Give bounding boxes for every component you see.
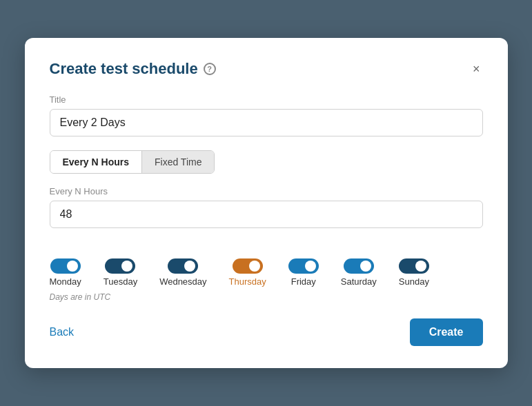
day-item-thursday: Thursday [229,258,266,287]
create-button[interactable]: Create [410,318,483,346]
hours-input[interactable] [50,201,483,228]
day-label-tuesday: Tuesday [104,276,137,287]
day-label-wednesday: Wednesday [159,276,206,287]
day-item-wednesday: Wednesday [159,258,206,287]
toggle-thursday[interactable] [233,258,263,274]
modal-header: Create test schedule ? × [50,60,483,78]
close-button[interactable]: × [470,60,483,78]
days-row: MondayTuesdayWednesdayThursdayFridaySatu… [50,258,483,287]
day-item-monday: Monday [50,258,81,287]
modal-dialog: Create test schedule ? × Title Every N H… [25,38,508,368]
hours-field: Every N Hours [50,186,483,242]
toggle-friday[interactable] [288,258,319,274]
hours-label: Every N Hours [50,186,483,196]
day-item-tuesday: Tuesday [104,258,137,287]
toggle-sunday[interactable] [399,258,429,274]
day-item-sunday: Sunday [399,258,429,287]
title-field: Title [50,94,483,150]
day-label-sunday: Sunday [399,276,429,287]
day-label-saturday: Saturday [341,276,377,287]
modal-overlay: Create test schedule ? × Title Every N H… [0,0,532,406]
schedule-type-tabs: Every N Hours Fixed Time [50,150,215,174]
day-label-friday: Friday [291,276,316,287]
modal-footer: Back Create [50,318,483,346]
tab-every-n-hours[interactable]: Every N Hours [50,151,142,173]
title-label: Title [50,94,483,105]
day-item-friday: Friday [288,258,319,287]
toggle-wednesday[interactable] [168,258,198,274]
utc-note: Days are in UTC [50,292,483,302]
help-icon[interactable]: ? [204,63,216,75]
modal-title: Create test schedule [50,60,198,78]
toggle-tuesday[interactable] [105,258,135,274]
title-input[interactable] [50,109,483,136]
tab-fixed-time[interactable]: Fixed Time [142,151,214,173]
modal-title-row: Create test schedule ? [50,60,216,78]
back-button[interactable]: Back [50,326,75,338]
toggle-saturday[interactable] [344,258,374,274]
toggle-monday[interactable] [50,258,81,274]
day-label-monday: Monday [50,276,81,287]
day-item-saturday: Saturday [341,258,377,287]
day-label-thursday: Thursday [229,276,266,287]
